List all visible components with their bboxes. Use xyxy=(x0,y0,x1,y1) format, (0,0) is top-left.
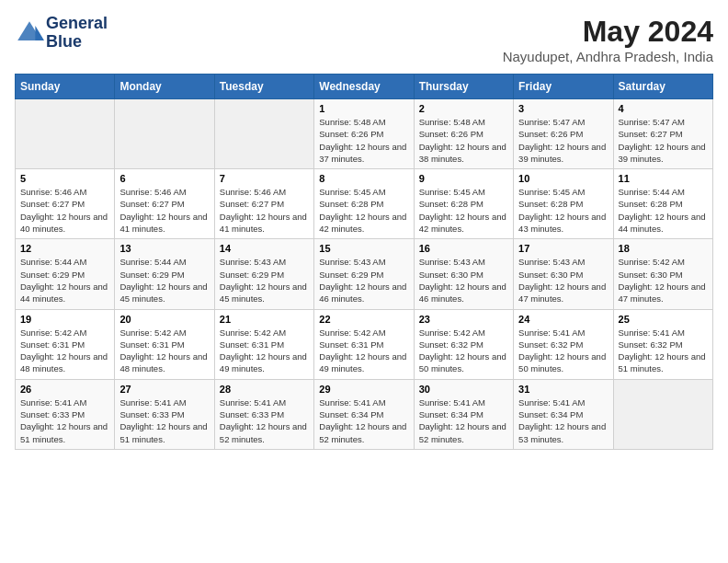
calendar-cell: 21Sunrise: 5:42 AMSunset: 6:31 PMDayligh… xyxy=(214,309,313,379)
day-info: Daylight: 12 hours and 53 minutes. xyxy=(518,420,608,445)
day-number: 13 xyxy=(119,243,209,254)
header: General Blue May 2024 Nayudupet, Andhra … xyxy=(15,15,713,64)
day-info: Sunset: 6:28 PM xyxy=(619,198,708,210)
day-number: 15 xyxy=(319,243,408,254)
day-info: Daylight: 12 hours and 51 minutes. xyxy=(619,350,708,375)
calendar-cell: 27Sunrise: 5:41 AMSunset: 6:33 PMDayligh… xyxy=(115,379,214,449)
day-info: Sunset: 6:34 PM xyxy=(319,408,408,420)
day-number: 16 xyxy=(419,243,508,254)
day-info: Daylight: 12 hours and 41 minutes. xyxy=(119,211,209,236)
calendar-cell xyxy=(115,99,214,169)
day-info: Sunrise: 5:48 AM xyxy=(419,116,508,128)
day-info: Sunrise: 5:43 AM xyxy=(319,256,408,268)
calendar-cell: 3Sunrise: 5:47 AMSunset: 6:26 PMDaylight… xyxy=(514,99,613,169)
day-info: Sunset: 6:27 PM xyxy=(220,198,309,210)
day-info: Sunset: 6:29 PM xyxy=(20,269,109,281)
calendar-cell: 25Sunrise: 5:41 AMSunset: 6:32 PMDayligh… xyxy=(613,309,712,379)
subtitle: Nayudupet, Andhra Pradesh, India xyxy=(503,49,713,64)
calendar-cell xyxy=(214,99,313,169)
day-number: 30 xyxy=(419,384,508,395)
day-info: Sunrise: 5:45 AM xyxy=(319,186,408,198)
day-info: Daylight: 12 hours and 51 minutes. xyxy=(119,420,209,445)
week-row-5: 26Sunrise: 5:41 AMSunset: 6:33 PMDayligh… xyxy=(16,379,713,449)
calendar-header: SundayMondayTuesdayWednesdayThursdayFrid… xyxy=(16,75,713,99)
day-info: Sunrise: 5:43 AM xyxy=(220,256,309,268)
day-number: 17 xyxy=(518,243,608,254)
day-info: Sunrise: 5:41 AM xyxy=(220,396,309,408)
day-info: Daylight: 12 hours and 45 minutes. xyxy=(119,281,209,305)
calendar-cell: 13Sunrise: 5:44 AMSunset: 6:29 PMDayligh… xyxy=(115,239,214,309)
day-info: Sunrise: 5:47 AM xyxy=(619,116,708,128)
day-info: Sunset: 6:30 PM xyxy=(619,269,708,281)
day-info: Sunrise: 5:44 AM xyxy=(119,256,209,268)
calendar-cell: 23Sunrise: 5:42 AMSunset: 6:32 PMDayligh… xyxy=(414,309,513,379)
day-info: Sunrise: 5:46 AM xyxy=(220,186,309,198)
day-info: Sunset: 6:33 PM xyxy=(220,408,309,420)
logo-line2: Blue xyxy=(46,33,108,52)
day-header-monday: Monday xyxy=(115,75,214,99)
logo-icon xyxy=(15,18,44,48)
calendar-cell: 5Sunrise: 5:46 AMSunset: 6:27 PMDaylight… xyxy=(16,169,115,239)
day-info: Sunset: 6:30 PM xyxy=(419,269,508,281)
day-info: Daylight: 12 hours and 50 minutes. xyxy=(419,350,508,375)
day-number: 25 xyxy=(619,314,708,325)
day-info: Sunset: 6:26 PM xyxy=(319,128,408,140)
day-info: Sunset: 6:31 PM xyxy=(119,339,209,350)
day-info: Sunset: 6:26 PM xyxy=(419,128,508,140)
logo: General Blue xyxy=(15,15,108,52)
day-info: Daylight: 12 hours and 46 minutes. xyxy=(319,281,408,305)
calendar-cell: 16Sunrise: 5:43 AMSunset: 6:30 PMDayligh… xyxy=(414,239,513,309)
calendar-cell: 9Sunrise: 5:45 AMSunset: 6:28 PMDaylight… xyxy=(414,169,513,239)
day-header-thursday: Thursday xyxy=(414,75,513,99)
logo-text: General Blue xyxy=(46,15,108,52)
calendar-cell: 31Sunrise: 5:41 AMSunset: 6:34 PMDayligh… xyxy=(514,379,613,449)
day-info: Sunset: 6:29 PM xyxy=(220,269,309,281)
day-info: Daylight: 12 hours and 47 minutes. xyxy=(619,281,708,305)
day-number: 23 xyxy=(419,314,508,325)
day-info: Daylight: 12 hours and 51 minutes. xyxy=(20,420,109,445)
week-row-1: 1Sunrise: 5:48 AMSunset: 6:26 PMDaylight… xyxy=(16,99,713,169)
day-info: Sunrise: 5:43 AM xyxy=(419,256,508,268)
calendar-cell xyxy=(613,379,712,449)
day-info: Sunrise: 5:45 AM xyxy=(518,186,608,198)
day-info: Sunset: 6:30 PM xyxy=(518,269,608,281)
calendar-cell: 20Sunrise: 5:42 AMSunset: 6:31 PMDayligh… xyxy=(115,309,214,379)
week-row-2: 5Sunrise: 5:46 AMSunset: 6:27 PMDaylight… xyxy=(16,169,713,239)
day-info: Daylight: 12 hours and 42 minutes. xyxy=(419,211,508,236)
day-info: Daylight: 12 hours and 44 minutes. xyxy=(20,281,109,305)
day-info: Sunset: 6:32 PM xyxy=(518,339,608,350)
day-info: Daylight: 12 hours and 52 minutes. xyxy=(419,420,508,445)
day-info: Sunset: 6:29 PM xyxy=(319,269,408,281)
day-number: 14 xyxy=(220,243,309,254)
calendar-cell: 4Sunrise: 5:47 AMSunset: 6:27 PMDaylight… xyxy=(613,99,712,169)
calendar-cell: 10Sunrise: 5:45 AMSunset: 6:28 PMDayligh… xyxy=(514,169,613,239)
calendar-body: 1Sunrise: 5:48 AMSunset: 6:26 PMDaylight… xyxy=(16,99,713,450)
day-info: Sunrise: 5:41 AM xyxy=(119,396,209,408)
day-info: Sunrise: 5:42 AM xyxy=(619,256,708,268)
calendar-cell: 19Sunrise: 5:42 AMSunset: 6:31 PMDayligh… xyxy=(16,309,115,379)
day-header-sunday: Sunday xyxy=(16,75,115,99)
calendar-table: SundayMondayTuesdayWednesdayThursdayFrid… xyxy=(15,74,713,450)
day-number: 12 xyxy=(20,243,109,254)
calendar-cell: 8Sunrise: 5:45 AMSunset: 6:28 PMDaylight… xyxy=(314,169,414,239)
day-info: Sunset: 6:31 PM xyxy=(319,339,408,350)
calendar-cell: 6Sunrise: 5:46 AMSunset: 6:27 PMDaylight… xyxy=(115,169,214,239)
day-info: Sunset: 6:33 PM xyxy=(20,408,109,420)
day-number: 20 xyxy=(119,314,209,325)
day-number: 22 xyxy=(319,314,408,325)
day-info: Sunrise: 5:42 AM xyxy=(419,327,508,339)
day-info: Daylight: 12 hours and 48 minutes. xyxy=(119,350,209,375)
day-number: 1 xyxy=(319,103,408,114)
day-number: 29 xyxy=(319,384,408,395)
day-info: Daylight: 12 hours and 38 minutes. xyxy=(419,141,508,166)
day-info: Daylight: 12 hours and 45 minutes. xyxy=(220,281,309,305)
day-info: Sunset: 6:29 PM xyxy=(119,269,209,281)
day-info: Sunset: 6:34 PM xyxy=(419,408,508,420)
day-header-tuesday: Tuesday xyxy=(214,75,313,99)
calendar-cell: 17Sunrise: 5:43 AMSunset: 6:30 PMDayligh… xyxy=(514,239,613,309)
day-info: Sunset: 6:28 PM xyxy=(518,198,608,210)
day-info: Sunrise: 5:48 AM xyxy=(319,116,408,128)
day-number: 24 xyxy=(518,314,608,325)
calendar-cell: 1Sunrise: 5:48 AMSunset: 6:26 PMDaylight… xyxy=(314,99,414,169)
day-header-saturday: Saturday xyxy=(613,75,712,99)
